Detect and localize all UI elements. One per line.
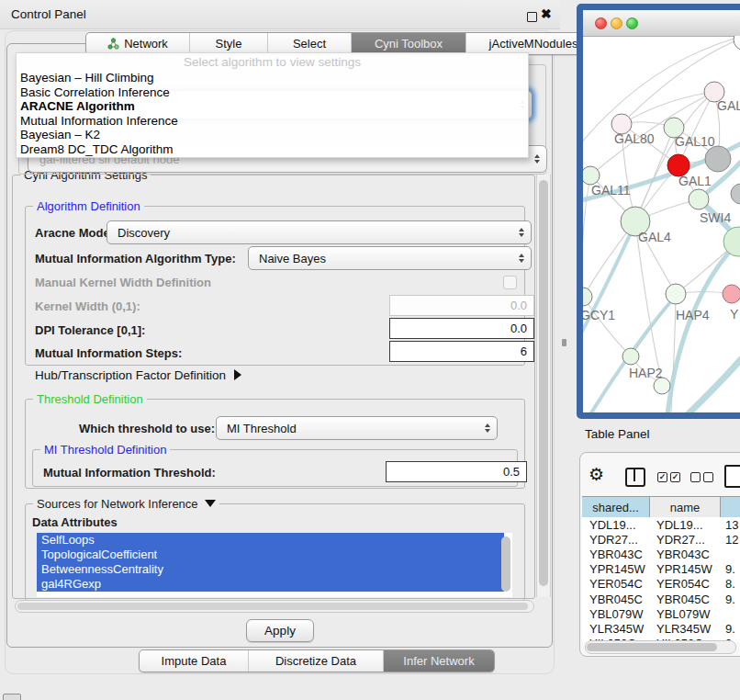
node-label: GAL11: [591, 183, 631, 198]
deselect-all-checkbox-icon[interactable]: [690, 472, 701, 482]
split-columns-icon[interactable]: [625, 468, 645, 487]
mi-type-combobox[interactable]: Naive Bayes: [248, 246, 532, 270]
table-settings-gear-icon[interactable]: ⚙: [589, 464, 604, 485]
dpi-tolerance-field[interactable]: 0.0: [389, 318, 534, 339]
column-header-name[interactable]: name: [649, 497, 720, 518]
network-node-labels: GAL GAL80 GAL10 GAL1 GAL11 SWI4 GAL4 GCY…: [583, 98, 740, 380]
deselect-all-checkbox-icon: [703, 472, 713, 482]
tab-style[interactable]: Style: [189, 33, 267, 54]
which-threshold-combobox[interactable]: MI Threshold: [216, 416, 498, 440]
settings-vscrollbar-thumb[interactable]: [539, 180, 548, 586]
threshold-definition-title: Threshold Definition: [33, 392, 147, 406]
manual-kernel-checkbox: [503, 276, 517, 289]
select-all-checkbox-icon[interactable]: ✓: [657, 472, 667, 482]
node-swi4[interactable]: [689, 189, 709, 209]
table-header-row: shared... name: [582, 496, 740, 519]
cyni-bottom-tabbar: Impute Data Discretize Data Infer Networ…: [139, 649, 495, 672]
node-y-pink[interactable]: [723, 285, 740, 303]
algorithm-option[interactable]: Bayesian – K2: [17, 128, 528, 142]
node-label: HAP2: [629, 366, 663, 380]
tab-cyni-toolbox[interactable]: Cyni Toolbox: [351, 33, 465, 54]
algorithm-definition-title: Algorithm Definition: [33, 199, 144, 213]
collapse-arrow-icon: [205, 500, 216, 507]
node-gray[interactable]: [705, 146, 731, 172]
network-window-titlebar[interactable]: [583, 10, 740, 37]
dpi-tolerance-label: DPI Tolerance [0,1]:: [35, 323, 145, 337]
node-label: GAL4: [638, 230, 671, 244]
node-label: GAL1: [678, 174, 712, 188]
tab-network-label: Network: [124, 37, 168, 51]
manual-kernel-label: Manual Kernel Width Definition: [35, 276, 211, 289]
table-body: YDL19...YDL19...13 YDR27...YDR27...12 YB…: [582, 517, 740, 642]
panel-divider-handle[interactable]: [562, 339, 566, 346]
list-item[interactable]: SelfLoops: [37, 533, 504, 548]
list-item[interactable]: gal4RGexp: [37, 577, 504, 592]
minimized-panel-icon[interactable]: [3, 694, 21, 700]
column-header-clipped[interactable]: [720, 497, 740, 518]
dropdown-placeholder: Select algorithm to view settings: [17, 53, 528, 71]
tab-network[interactable]: Network: [86, 33, 189, 54]
table-row[interactable]: YDR27...YDR27...12: [582, 532, 740, 547]
algorithm-dropdown-popup: Select algorithm to view settings Bayesi…: [16, 52, 529, 158]
node-gcy1[interactable]: [583, 288, 592, 306]
aracne-mode-combobox[interactable]: Discovery: [107, 220, 532, 244]
table-hscrollbar-track[interactable]: [585, 640, 736, 654]
hub-definition-expander[interactable]: Hub/Transcription Factor Definition: [35, 368, 241, 382]
close-panel-icon[interactable]: ✖: [541, 6, 552, 21]
tab-infer-network[interactable]: Infer Network: [383, 650, 494, 672]
table-row[interactable]: YPR145WYPR145W9.: [582, 562, 740, 577]
tab-discretize-data[interactable]: Discretize Data: [248, 650, 383, 672]
export-table-icon[interactable]: [724, 465, 740, 488]
mi-type-label: Mutual Information Algorithm Type:: [35, 252, 236, 265]
settings-hscrollbar-thumb[interactable]: [17, 603, 528, 610]
node-label: SWI4: [700, 210, 731, 225]
node-label: GAL10: [675, 134, 715, 149]
network-icon: [107, 38, 119, 50]
algorithm-option[interactable]: Mutual Information Inference: [17, 114, 528, 129]
list-item[interactable]: TopologicalCoefficient: [37, 548, 504, 562]
mi-steps-label: Mutual Information Steps:: [35, 346, 182, 360]
application-root: Control Panel ✖ Network Style Select Cyn…: [0, 0, 740, 700]
table-row[interactable]: YDL19...YDL19...13: [582, 517, 740, 532]
minimize-window-icon[interactable]: [611, 17, 622, 29]
table-row[interactable]: YLR345WYLR345W9.: [582, 621, 740, 636]
node-gal11[interactable]: [583, 166, 600, 185]
apply-button[interactable]: Apply: [246, 619, 314, 642]
tab-impute-data[interactable]: Impute Data: [140, 650, 248, 672]
node-hap2[interactable]: [622, 348, 639, 365]
node-gray-2[interactable]: [731, 184, 740, 204]
table-row[interactable]: YBR043CYBR043C: [582, 547, 740, 561]
expander-arrow-icon: [234, 369, 241, 380]
aracne-mode-label: Aracne Mode:: [35, 226, 114, 240]
table-row[interactable]: YER054CYER054C8.: [582, 577, 740, 592]
attribute-list-scrollbar[interactable]: [501, 536, 510, 592]
float-panel-icon[interactable]: [527, 12, 537, 22]
combo-stepper-icon: [519, 254, 524, 263]
kernel-width-label: Kernel Width (0,1):: [35, 299, 140, 313]
table-row[interactable]: YBR045CYBR045C9.: [582, 592, 740, 606]
combo-stepper-icon: [519, 228, 524, 237]
column-header-shared[interactable]: shared...: [582, 497, 649, 518]
list-item[interactable]: BetweennessCentrality: [37, 562, 504, 577]
maximize-window-icon[interactable]: [626, 17, 638, 29]
algorithm-option[interactable]: Dream8 DC_TDC Algorithm: [17, 142, 528, 157]
algorithm-option[interactable]: Basic Correlation Inference: [17, 85, 528, 100]
node-label: HAP4: [676, 308, 710, 322]
settings-hscrollbar-track[interactable]: [15, 600, 534, 613]
tab-select[interactable]: Select: [267, 33, 351, 54]
network-canvas[interactable]: GAL GAL80 GAL10 GAL1 GAL11 SWI4 GAL4 GCY…: [583, 36, 740, 412]
sources-group-title[interactable]: Sources for Network Inference: [33, 497, 219, 511]
table-hscrollbar-thumb[interactable]: [587, 643, 717, 651]
mi-threshold-field[interactable]: 0.5: [386, 461, 527, 482]
data-attributes-list: SelfLoops TopologicalCoefficient Between…: [37, 533, 512, 597]
combo-stepper-icon: [534, 154, 540, 164]
mi-steps-field[interactable]: 6: [389, 341, 534, 362]
node-label: GCY1: [583, 308, 615, 322]
table-row[interactable]: YBL079WYBL079W: [582, 606, 740, 621]
node-unlabeled[interactable]: [734, 36, 740, 51]
algorithm-option-selected[interactable]: ARACNE Algorithm: [17, 99, 528, 114]
settings-vscrollbar-track[interactable]: [536, 175, 551, 597]
node-hap4[interactable]: [666, 284, 686, 304]
close-window-icon[interactable]: [595, 17, 607, 29]
algorithm-option[interactable]: Bayesian – Hill Climbing: [17, 71, 528, 85]
